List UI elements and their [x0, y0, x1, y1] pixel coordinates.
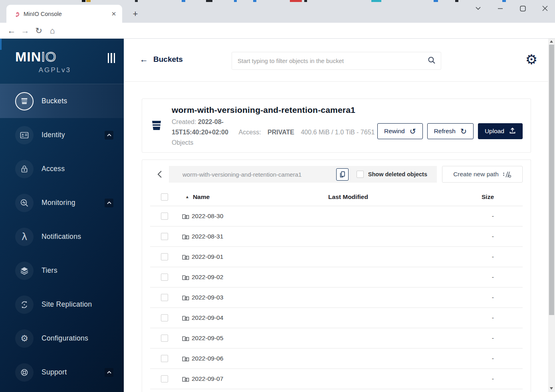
folder-icon: [182, 294, 189, 301]
row-checkbox[interactable]: [161, 253, 168, 260]
object-size: -: [408, 233, 523, 240]
new-path-icon: [503, 171, 511, 178]
row-checkbox[interactable]: [161, 335, 168, 342]
sidebar-item-notifications[interactable]: λ Notifications: [0, 220, 124, 254]
chevron-up-icon[interactable]: [105, 131, 113, 140]
window-minimize-button[interactable]: [496, 4, 505, 13]
sidebar-item-support[interactable]: Support: [0, 355, 124, 389]
tiers-layers-icon: [15, 262, 34, 280]
sidebar-item-tiers[interactable]: Tiers: [0, 254, 124, 288]
page-edge-marker: [0, 39, 2, 50]
usage-value: 400.6 MiB / 1.0 TiB -: [301, 129, 359, 136]
nav-forward-icon[interactable]: →: [18, 24, 32, 37]
new-tab-button[interactable]: +: [130, 9, 141, 19]
browser-toolbar: ← → ↻ ⌂ Nicht sicher 192.168.1.145:42937…: [0, 23, 555, 39]
row-checkbox[interactable]: [161, 375, 168, 382]
page-scrollbar[interactable]: [548, 39, 555, 392]
nav-back-icon[interactable]: ←: [5, 24, 18, 37]
chevron-up-icon[interactable]: [105, 199, 113, 207]
tab-close-icon[interactable]: ✕: [109, 10, 118, 18]
browser-window: MinIO Console ✕ + ← → ↻ ⌂: [0, 0, 555, 392]
scrollbar-thumb[interactable]: [549, 45, 554, 315]
object-name: 2022-09-01: [192, 253, 223, 260]
current-path-bar: worm-with-versioning-and-retention-camer…: [169, 166, 437, 183]
sidebar-item-label: Buckets: [42, 97, 67, 105]
folder-icon: [182, 355, 189, 362]
table-row[interactable]: 2022-09-07 -: [150, 369, 523, 389]
chevron-up-icon[interactable]: [105, 368, 113, 377]
object-size: -: [408, 213, 523, 220]
minio-favicon-flamingo-icon: [13, 10, 20, 17]
rewind-button[interactable]: Rewind ↺: [377, 123, 423, 139]
minio-console-page: MINIO AGPLv3 Buckets: [0, 39, 548, 392]
sidebar-item-site-replication[interactable]: Site Replication: [0, 288, 124, 321]
search-input[interactable]: [234, 57, 427, 64]
sidebar-item-identity[interactable]: Identity: [0, 118, 124, 152]
create-new-path-button[interactable]: Create new path: [442, 166, 523, 183]
column-header-last-modified: Last Modified: [288, 193, 408, 201]
home-icon[interactable]: ⌂: [46, 24, 59, 37]
scroll-up-icon[interactable]: [550, 40, 553, 43]
row-checkbox[interactable]: [161, 314, 168, 321]
sidebar-item-label: Support: [42, 368, 67, 376]
sidebar-item-label: Configurations: [42, 334, 88, 343]
page-header: ← Buckets ⚙: [124, 39, 548, 82]
tab-search-chevron-icon[interactable]: [474, 4, 482, 13]
path-back-button[interactable]: [150, 166, 169, 183]
table-row[interactable]: 2022-09-06 -: [150, 349, 523, 369]
table-row[interactable]: 2022-08-31 -: [150, 227, 523, 247]
sidebar-item-label: Tiers: [42, 266, 57, 275]
show-deleted-checkbox[interactable]: [357, 171, 364, 178]
chevron-left-icon: [157, 170, 162, 178]
column-header-name[interactable]: ▲ Name: [168, 193, 288, 201]
row-checkbox[interactable]: [161, 355, 168, 362]
minio-logo: MINIO AGPLv3: [0, 39, 71, 74]
select-all-checkbox[interactable]: [161, 193, 168, 201]
object-size: -: [408, 253, 523, 260]
sidebar-item-monitoring[interactable]: Monitoring: [0, 186, 124, 220]
row-checkbox[interactable]: [161, 213, 168, 220]
sidebar-item-configurations[interactable]: ⚙ Configurations: [0, 321, 124, 355]
object-size: -: [408, 335, 523, 342]
folder-icon: [182, 274, 189, 281]
refresh-button[interactable]: Refresh ↻: [427, 123, 474, 139]
bucket-actions: Rewind ↺ Refresh ↻ Upload: [377, 123, 523, 139]
main-area: ← Buckets ⚙: [124, 39, 548, 392]
access-label: Access:: [239, 129, 261, 136]
sidebar-item-access[interactable]: Access: [0, 152, 124, 186]
reload-icon[interactable]: ↻: [32, 24, 46, 37]
object-size: -: [408, 314, 523, 321]
copy-path-button[interactable]: [336, 168, 349, 181]
browser-tab[interactable]: MinIO Console ✕: [6, 5, 122, 23]
logo-text-min: MIN: [15, 49, 41, 64]
folder-icon: [182, 213, 189, 220]
filter-search-box: [232, 52, 441, 70]
row-checkbox[interactable]: [161, 274, 168, 281]
table-row[interactable]: 2022-08-30 -: [150, 206, 523, 227]
row-checkbox[interactable]: [161, 294, 168, 301]
table-row[interactable]: 2022-09-03 -: [150, 288, 523, 308]
table-row[interactable]: 2022-09-01 -: [150, 247, 523, 267]
sidebar-item-label: Monitoring: [42, 199, 75, 207]
sidebar-collapse-icon[interactable]: [108, 53, 115, 63]
sidebar-item-buckets[interactable]: Buckets: [0, 84, 124, 118]
back-to-buckets-link[interactable]: ← Buckets: [140, 55, 183, 64]
scroll-down-icon[interactable]: [550, 387, 553, 390]
table-row[interactable]: 2022-09-02 -: [150, 267, 523, 288]
object-name: 2022-08-31: [192, 233, 223, 240]
row-checkbox[interactable]: [161, 233, 168, 240]
object-size: -: [408, 294, 523, 301]
settings-gear-icon[interactable]: ⚙: [523, 51, 539, 67]
window-maximize-button[interactable]: [518, 4, 527, 13]
table-row[interactable]: 2022-09-04 -: [150, 308, 523, 328]
bucket-meta: Created: 2022-08-15T15:40:20+02:00 Acces…: [172, 117, 375, 148]
upload-button[interactable]: Upload: [478, 123, 523, 139]
object-name: 2022-09-03: [192, 294, 223, 301]
sort-ascending-icon: ▲: [185, 195, 189, 199]
table-row[interactable]: 2022-09-05 -: [150, 328, 523, 349]
bucket-browser-content: worm-with-versioning-and-retention-camer…: [124, 98, 548, 392]
support-lifebuoy-icon: [15, 363, 34, 382]
object-size: -: [408, 274, 523, 281]
window-close-button[interactable]: [541, 4, 549, 13]
refresh-icon: ↻: [460, 127, 467, 136]
